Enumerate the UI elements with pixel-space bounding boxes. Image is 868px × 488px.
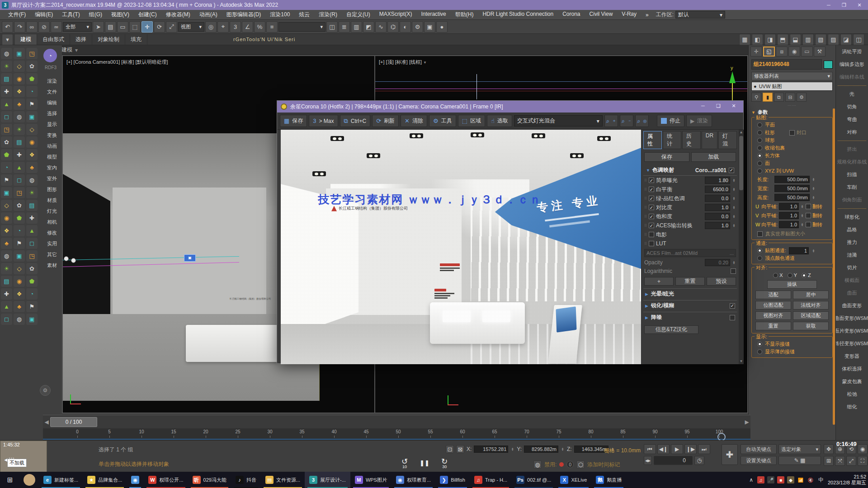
dock-tool-icon[interactable]: ◍	[26, 174, 38, 186]
frame-back-icon[interactable]: ◀	[43, 419, 50, 425]
modifier-button-蒙皮包裹[interactable]: 蒙皮包裹	[836, 375, 868, 388]
go-to-end-icon[interactable]: ⏭	[698, 444, 710, 454]
dock-tool-icon[interactable]: ▣	[26, 314, 38, 325]
spinner-icon[interactable]: ▲▼	[800, 223, 804, 226]
menu-item-vray[interactable]: V-Ray	[617, 11, 641, 19]
corona-maximize-button[interactable]: ❏	[711, 101, 726, 111]
align-axis-Y[interactable]	[788, 273, 793, 278]
dock-category-文件[interactable]: 文件	[42, 89, 61, 95]
scrollbar-thumb[interactable]	[739, 136, 743, 190]
stack-row-uvw-map[interactable]: ● UVW 贴图	[752, 82, 832, 90]
auto-key-button[interactable]: 自动关键点	[741, 444, 777, 454]
corona-tools-button[interactable]: ⚙工具	[429, 115, 456, 127]
v-tile-field[interactable]: 1.0	[779, 212, 799, 219]
corona-stop-button[interactable]: 停止	[657, 115, 684, 127]
opacity-value[interactable]: 0.20	[705, 259, 730, 266]
bulb-icon[interactable]: ●	[754, 84, 757, 89]
tray-expand-icon[interactable]: ∧	[749, 477, 753, 483]
modifier-button-路径变形(WSM)[interactable]: 路径变形(WSM)	[836, 337, 868, 350]
modifier-button-晶格[interactable]: 晶格	[836, 223, 868, 236]
dock-category-显示[interactable]: 显示	[42, 121, 61, 128]
ribbon-tool-icon[interactable]: ◫	[853, 34, 864, 45]
dock-tool-icon[interactable]: ✚	[1, 288, 12, 300]
dock-tool-icon[interactable]: ⬟	[1, 149, 12, 160]
menu-overflow-icon[interactable]: »	[641, 12, 653, 18]
rewind-10-icon[interactable]: ↺10	[401, 457, 408, 469]
tone-mapping-header[interactable]: ▼ 色调映射 Coro...ra001 ✓	[643, 164, 737, 176]
dock-tool-icon[interactable]: ❖	[1, 225, 12, 236]
percent-snap-icon[interactable]: %	[254, 21, 265, 33]
dock-tool-icon[interactable]: ◔	[1, 162, 12, 173]
dock-category-选择[interactable]: 选择	[42, 110, 61, 117]
corona-vfb-window[interactable]: 余笙Corona 10 (Hotfix 2) | 798×449px (1:1)…	[277, 100, 744, 364]
make-unique-icon[interactable]: ⧉	[774, 93, 784, 102]
menu-item-modifiers[interactable]: 修改器(M)	[161, 11, 195, 19]
scroll-up-icon[interactable]: ▲	[739, 130, 744, 135]
dock-tool-icon[interactable]: ◳	[26, 48, 38, 59]
select-scale-icon[interactable]: ⤢	[166, 21, 177, 33]
menu-item-hdr-light-studio[interactable]: HDR Light Studio Connection	[478, 11, 558, 19]
modifier-button-曲面变形(WSM)[interactable]: 曲面变形(WSM)	[836, 312, 868, 324]
modifier-list-dropdown[interactable]: 修改器列表▾	[751, 72, 833, 80]
ribbon-tool-icon[interactable]: ▨	[828, 34, 839, 45]
dock-tool-icon[interactable]: ✚	[1, 86, 12, 97]
taskbar-item-wps-docs[interactable]: W权璟公开...	[144, 472, 188, 488]
selection-filter-dropdown[interactable]: 全部▾	[63, 22, 92, 32]
align-区域适配-button[interactable]: 区域适配	[793, 311, 829, 320]
dock-tool-icon[interactable]: ▣	[26, 111, 38, 122]
ribbon-tool-icon[interactable]: ◪	[840, 34, 852, 45]
ribbon-tool-icon[interactable]: ▦	[739, 34, 750, 45]
key-filter-button[interactable]: ✎ ▦	[778, 456, 821, 465]
modifier-button-壳[interactable]: 壳	[836, 88, 868, 100]
dock-tool-icon[interactable]: ◳	[26, 250, 38, 262]
corona-tab-history[interactable]: 历史	[682, 131, 701, 149]
align-位图适配-button[interactable]: 位图适配	[755, 301, 791, 310]
dock-tool-icon[interactable]: ◇	[26, 124, 38, 135]
dock-tool-icon[interactable]: ◉	[1, 212, 12, 224]
coord-field-y[interactable]: 8295.882m	[524, 446, 558, 453]
map-channel-field[interactable]: 1	[789, 247, 809, 254]
dock-tool-icon[interactable]: ⚑	[14, 238, 25, 249]
menu-item-animation[interactable]: 动画(A)	[195, 11, 222, 19]
render-production-icon[interactable]: ●	[436, 21, 448, 33]
dock-tool-icon[interactable]: ✿	[26, 61, 38, 72]
corona-close-button[interactable]: ✕	[726, 101, 741, 111]
tray-recorder-tray-icon[interactable]: ■	[777, 476, 784, 483]
light-handle-node[interactable]	[64, 256, 69, 261]
maximize-button[interactable]: ❐	[836, 0, 852, 10]
real-world-checkbox[interactable]	[757, 231, 763, 237]
spinner-icon[interactable]: ▲▼	[811, 249, 816, 253]
dock-tool-icon[interactable]: ▣	[14, 48, 25, 59]
contrast-checkbox[interactable]: ✓	[649, 205, 654, 210]
menu-item-help[interactable]: 帮助(H)	[451, 11, 478, 19]
align-icon[interactable]: ≣	[339, 21, 350, 33]
dock-tool-icon[interactable]: ✚	[14, 149, 25, 160]
dock-tool-icon[interactable]: ▤	[14, 136, 25, 148]
align-居中-button[interactable]: 居中	[793, 291, 829, 299]
spinner-snap-icon[interactable]: ≡	[266, 21, 278, 33]
spinner-icon[interactable]: ▲▼	[800, 205, 804, 208]
logarithmic-checkbox[interactable]	[731, 268, 736, 274]
dock-category-模型[interactable]: 模型	[42, 154, 61, 160]
dock-tool-icon[interactable]: ♣	[14, 301, 25, 312]
modifier-button-变形器[interactable]: 变形器	[836, 350, 868, 362]
taskbar-clock[interactable]: 21:52 2023/12/8 星期五	[828, 474, 866, 486]
dock-tool-icon[interactable]: ◳	[14, 187, 25, 198]
map-option-radio-XYZ 到 UVW[interactable]	[757, 169, 762, 174]
align-法线对齐-button[interactable]: 法线对齐	[793, 301, 829, 310]
corona-region-button[interactable]: ⬚区域	[458, 115, 485, 127]
dock-tool-icon[interactable]: ◻	[1, 111, 12, 122]
tray-wechat-tray-icon[interactable]: ◆	[787, 476, 794, 483]
redo-icon[interactable]: ↷	[14, 21, 25, 33]
named-selection-dropdown[interactable]: ▾	[278, 22, 326, 32]
seam-radio-显示薄的接缝[interactable]	[757, 349, 762, 354]
spinner-icon[interactable]: ▲▼	[732, 188, 736, 191]
align-获取-button[interactable]: 获取	[793, 322, 829, 330]
spinner-icon[interactable]: ▲▼	[561, 447, 565, 451]
dock-category-相机[interactable]: 相机	[42, 219, 61, 225]
width-field[interactable]: 500.0mm	[774, 185, 810, 192]
dock-tool-icon[interactable]: ◉	[14, 276, 25, 287]
disc-icon[interactable]: ◍	[533, 460, 542, 469]
corona-tab-stats[interactable]: 统计	[663, 131, 681, 149]
dock-tool-icon[interactable]: ◍	[14, 111, 25, 122]
